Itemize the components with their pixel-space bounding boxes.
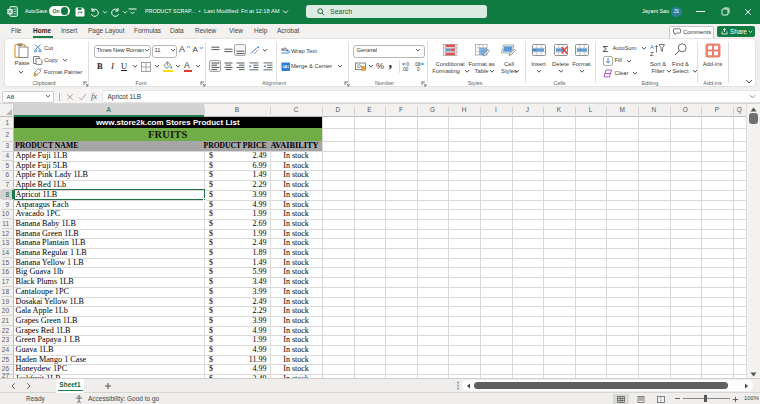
svg-text:A: A (650, 44, 654, 50)
svg-text:0: 0 (417, 67, 420, 72)
svg-text:.00: .00 (402, 67, 409, 72)
svg-text:Z: Z (650, 51, 654, 57)
